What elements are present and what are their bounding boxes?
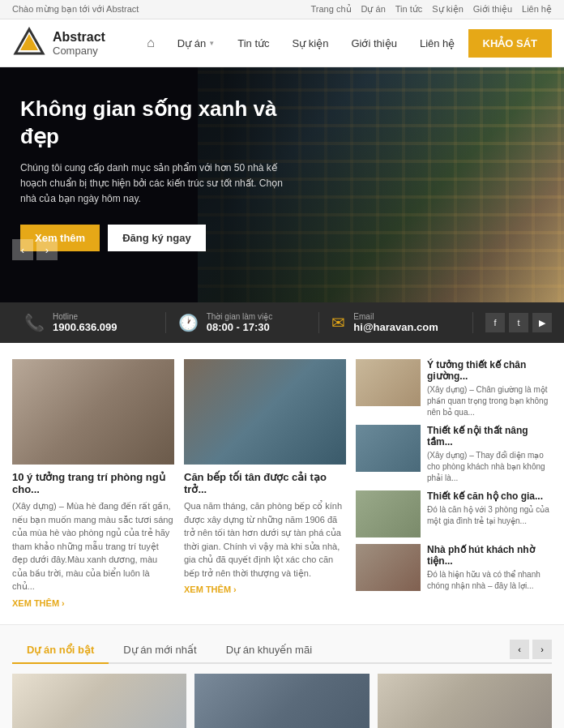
top-nav: Trang chủ Dự án Tin tức Sự kiện Giới thi… bbox=[311, 4, 552, 15]
logo-text: Abstract Company bbox=[53, 29, 105, 58]
sidebar-article-3: Thiết kế căn hộ cho gia... Đó là căn hộ … bbox=[356, 490, 552, 537]
nav-item-project[interactable]: Dự án ▼ bbox=[166, 31, 226, 56]
article-center-excerpt: Qua năm tháng, căn phòng bếp cổ kính đượ… bbox=[184, 499, 346, 580]
nav-item-news[interactable]: Tin tức bbox=[226, 31, 280, 56]
top-nav-project[interactable]: Dự án bbox=[361, 4, 386, 15]
hours-label: Thời gian làm việc bbox=[207, 312, 272, 321]
article-left-excerpt: (Xây dựng) – Mùa hè đang đến rất gần, nế… bbox=[12, 499, 174, 593]
article-left-read-more[interactable]: XEM THÊM › bbox=[12, 598, 174, 608]
brand-name: Abstract bbox=[53, 29, 105, 45]
sidebar-title-1: Ý tưởng thiết kế chân giường... bbox=[427, 359, 552, 382]
article-left-title: 10 ý tưởng trang trí phòng ngủ cho... bbox=[12, 471, 174, 495]
email-icon: ✉ bbox=[331, 313, 345, 332]
hero-register-button[interactable]: Đăng ký ngay bbox=[108, 225, 206, 251]
email-value: hi@haravan.com bbox=[353, 321, 438, 333]
dropdown-arrow: ▼ bbox=[208, 40, 215, 47]
hero-title: Không gian sống xanh và đẹp bbox=[20, 96, 290, 151]
logo-icon bbox=[12, 26, 46, 60]
youtube-icon[interactable]: ▶ bbox=[532, 313, 552, 332]
tab-newest[interactable]: Dự án mới nhất bbox=[109, 637, 211, 664]
email-label: Email bbox=[353, 312, 438, 321]
project-card-3[interactable] bbox=[378, 674, 552, 729]
article-center-title: Căn bếp tối tân được cải tạo trở... bbox=[184, 471, 346, 495]
sidebar-text-3: Thiết kế căn hộ cho gia... Đó là căn hộ … bbox=[427, 490, 552, 527]
info-hotline: 📞 Hotline 1900.636.099 bbox=[12, 312, 166, 333]
phone-icon: 📞 bbox=[24, 313, 45, 332]
slider-controls: ‹ › bbox=[12, 239, 58, 260]
article-center-read-more[interactable]: XEM THÊM › bbox=[184, 585, 346, 594]
project-image-3 bbox=[378, 674, 552, 729]
sidebar-article-1: Ý tưởng thiết kế chân giường... (Xây dựn… bbox=[356, 359, 552, 418]
survey-button[interactable]: KHẢO SÁT bbox=[468, 29, 553, 58]
social-icons: f t ▶ bbox=[473, 313, 552, 332]
article-sidebar: Ý tưởng thiết kế chân giường... (Xây dựn… bbox=[356, 359, 552, 608]
hotline-label: Hotline bbox=[53, 312, 118, 321]
tab-next-button[interactable]: › bbox=[532, 640, 552, 659]
welcome-text: Chào mừng bạn tới với Abstract bbox=[12, 4, 139, 15]
sidebar-text-4: Nhà phố hút khách nhờ tiện... Đó là hiện… bbox=[427, 544, 552, 592]
tab-promo[interactable]: Dự án khuyến mãi bbox=[212, 637, 327, 664]
brand-sub: Company bbox=[53, 45, 105, 58]
sidebar-title-3: Thiết kế căn hộ cho gia... bbox=[427, 490, 552, 502]
hotline-details: Hotline 1900.636.099 bbox=[53, 312, 118, 333]
hotline-value: 1900.636.099 bbox=[53, 321, 118, 333]
articles-section: 10 ý tưởng trang trí phòng ngủ cho... (X… bbox=[0, 343, 564, 624]
top-nav-contact[interactable]: Liên hệ bbox=[522, 4, 552, 15]
article-left-image bbox=[12, 359, 174, 465]
hero-section: Không gian sống xanh và đẹp Chúng tôi cu… bbox=[0, 67, 564, 302]
hours-value: 08:00 - 17:30 bbox=[207, 321, 272, 333]
email-details: Email hi@haravan.com bbox=[353, 312, 438, 333]
tab-prev-button[interactable]: ‹ bbox=[510, 640, 529, 659]
sidebar-thumb-4 bbox=[356, 544, 421, 591]
nav-item-contact[interactable]: Liên hệ bbox=[408, 31, 466, 56]
projects-grid bbox=[12, 674, 552, 729]
sidebar-article-2: Thiết kế nội thất nâng tầm... (Xây dựng)… bbox=[356, 425, 552, 484]
clock-icon: 🕐 bbox=[178, 313, 199, 332]
top-nav-about[interactable]: Giới thiệu bbox=[473, 4, 512, 15]
info-email: ✉ Email hi@haravan.com bbox=[319, 312, 473, 333]
top-nav-news[interactable]: Tin tức bbox=[395, 4, 423, 15]
sidebar-thumb-2 bbox=[356, 425, 421, 472]
project-image-1 bbox=[12, 674, 186, 729]
sidebar-excerpt-3: Đó là căn hộ với 3 phòng ngủ của một gia… bbox=[427, 504, 552, 527]
sidebar-excerpt-1: (Xây dựng) – Chân giường là một phần qua… bbox=[427, 384, 552, 418]
nav-home-icon[interactable]: ⌂ bbox=[135, 29, 166, 57]
sidebar-title-2: Thiết kế nội thất nâng tầm... bbox=[427, 425, 552, 448]
info-hours: 🕐 Thời gian làm việc 08:00 - 17:30 bbox=[166, 312, 320, 333]
sidebar-thumb-1 bbox=[356, 359, 421, 406]
projects-section: Dự án nổi bật Dự án mới nhất Dự án khuyế… bbox=[0, 624, 564, 729]
sidebar-thumb-3 bbox=[356, 490, 421, 537]
top-nav-home[interactable]: Trang chủ bbox=[311, 4, 352, 15]
header: Abstract Company ⌂ Dự án ▼ Tin tức Sự ki… bbox=[0, 19, 564, 67]
info-bar: 📞 Hotline 1900.636.099 🕐 Thời gian làm v… bbox=[0, 302, 564, 343]
sidebar-title-4: Nhà phố hút khách nhờ tiện... bbox=[427, 544, 552, 567]
main-nav: ⌂ Dự án ▼ Tin tức Sự kiện Giới thiệu Liê… bbox=[134, 29, 468, 57]
article-center: Căn bếp tối tân được cải tạo trở... Qua … bbox=[184, 359, 346, 608]
article-left: 10 ý tưởng trang trí phòng ngủ cho... (X… bbox=[12, 359, 174, 608]
hero-description: Chúng tôi cung cấp danh mục sản phẩm với… bbox=[20, 161, 290, 208]
facebook-icon[interactable]: f bbox=[485, 313, 505, 332]
tab-featured[interactable]: Dự án nổi bật bbox=[12, 637, 109, 664]
projects-tabs: Dự án nổi bật Dự án mới nhất Dự án khuyế… bbox=[12, 637, 552, 664]
slider-prev[interactable]: ‹ bbox=[12, 239, 33, 260]
twitter-icon[interactable]: t bbox=[509, 313, 528, 332]
logo[interactable]: Abstract Company bbox=[12, 26, 134, 60]
top-nav-event[interactable]: Sự kiện bbox=[432, 4, 463, 15]
nav-item-event[interactable]: Sự kiện bbox=[281, 31, 340, 56]
sidebar-excerpt-4: Đó là hiện hữu và có thể nhanh chóng nhậ… bbox=[427, 569, 552, 592]
articles-grid: 10 ý tưởng trang trí phòng ngủ cho... (X… bbox=[12, 359, 552, 608]
top-bar: Chào mừng bạn tới với Abstract Trang chủ… bbox=[0, 0, 564, 19]
project-image-2 bbox=[194, 674, 369, 729]
nav-item-about[interactable]: Giới thiệu bbox=[340, 31, 408, 56]
project-card-2[interactable] bbox=[194, 674, 369, 729]
hero-buttons: Xem thêm Đăng ký ngay bbox=[20, 225, 290, 251]
tab-nav: ‹ › bbox=[510, 640, 552, 659]
slider-next[interactable]: › bbox=[36, 239, 58, 260]
sidebar-article-4: Nhà phố hút khách nhờ tiện... Đó là hiện… bbox=[356, 544, 552, 592]
sidebar-excerpt-2: (Xây dựng) – Thay đổi diện mạo cho phòng… bbox=[427, 450, 552, 484]
sidebar-text-1: Ý tưởng thiết kế chân giường... (Xây dựn… bbox=[427, 359, 552, 418]
project-card-1[interactable] bbox=[12, 674, 186, 729]
article-center-image bbox=[184, 359, 346, 465]
sidebar-text-2: Thiết kế nội thất nâng tầm... (Xây dựng)… bbox=[427, 425, 552, 484]
hours-details: Thời gian làm việc 08:00 - 17:30 bbox=[207, 312, 272, 333]
